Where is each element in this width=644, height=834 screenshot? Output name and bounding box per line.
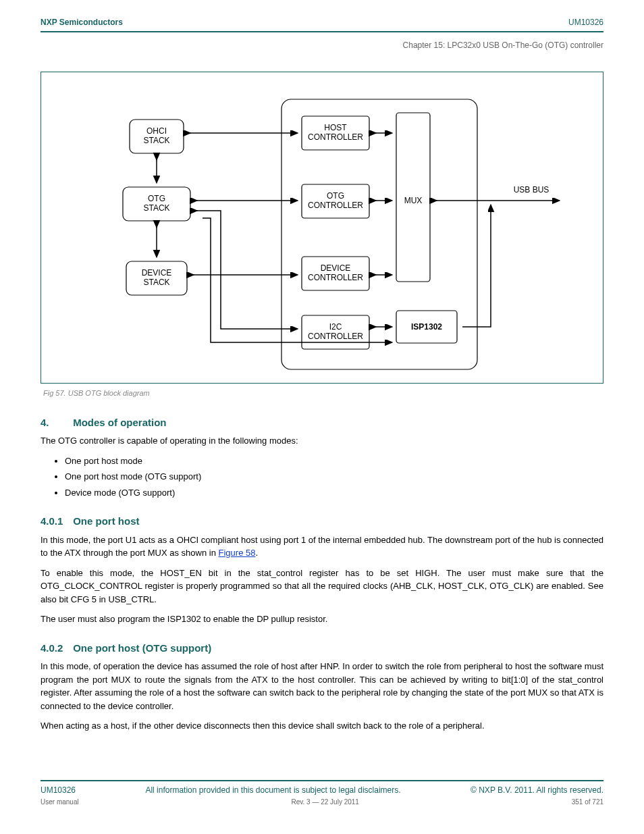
section-4-0-1-heading: 4.0.1 One port host [41, 514, 603, 529]
section-4-0-2-p2: When acting as a host, if the other devi… [41, 719, 603, 733]
list-item: One port host mode (OTG support) [65, 470, 603, 484]
block-device-stack: DEVICESTACK [142, 268, 172, 287]
footer-doc: UM10326 [41, 784, 76, 796]
footer-manual: User manual [41, 797, 79, 807]
figure-57: OHCISTACK OTGSTACK DEVICESTACK HOSTCONTR… [41, 72, 603, 384]
figure-58-link[interactable]: Figure 58 [219, 548, 256, 558]
section-4-0-1-title: One port host [73, 515, 139, 527]
footer-copyright: © NXP B.V. 2011. All rights reserved. [471, 784, 603, 796]
section-4-title: Modes of operation [73, 417, 166, 428]
header-company: NXP Semiconductors [41, 16, 123, 28]
block-mux: MUX [404, 196, 423, 205]
section-4-0-1-p2: To enable this mode, the HOST_EN bit in … [41, 567, 603, 606]
block-isp1302: ISP1302 [411, 322, 442, 332]
section-4-0-2-num: 4.0.2 [41, 641, 70, 656]
section-4-heading: 4. Modes of operation [41, 415, 603, 431]
block-ohci-stack: OHCISTACK [143, 126, 169, 145]
list-item: One port host mode [65, 454, 603, 468]
section-4-0-2-title: One port host (OTG support) [73, 642, 211, 654]
section-4-list: One port host mode One port host mode (O… [65, 454, 603, 500]
figure-caption: Fig 57. USB OTG block diagram [43, 388, 603, 399]
section-4-0-2-p1: In this mode, of operation the device ha… [41, 660, 603, 712]
footer-disclaimer: All information provided in this documen… [145, 784, 400, 796]
section-4-0-1-p3: The user must also program the ISP1302 t… [41, 613, 603, 626]
list-item: Device mode (OTG support) [65, 486, 603, 500]
section-4-0-1-p1: In this mode, the port U1 acts as a OHCI… [41, 533, 603, 560]
section-4-num: 4. [41, 415, 70, 431]
footer-rev: Rev. 3 — 22 July 2011 [292, 797, 359, 807]
header-doc: UM10326 [568, 16, 603, 28]
section-4-body: The OTG controller is capable of operati… [41, 434, 603, 448]
section-4-0-1-num: 4.0.1 [41, 514, 70, 529]
label-usb-bus: USB BUS [514, 185, 549, 194]
footer-page: 351 of 721 [572, 797, 603, 807]
section-4-0-2-heading: 4.0.2 One port host (OTG support) [41, 641, 603, 656]
chapter-line: Chapter 15: LPC32x0 USB On-The-Go (OTG) … [41, 39, 603, 51]
